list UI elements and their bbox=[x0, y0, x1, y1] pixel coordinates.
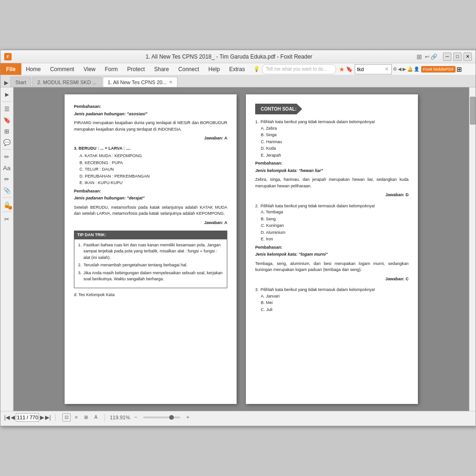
q2-answer: Jawaban: C bbox=[255, 276, 409, 283]
search-next-icon[interactable]: ▶ bbox=[403, 66, 406, 72]
sidebar-layers-icon[interactable]: ⊞ bbox=[2, 126, 12, 136]
sidebar-highlight-icon[interactable]: Aa bbox=[2, 163, 12, 173]
status-sep-2 bbox=[105, 414, 105, 421]
menu-protect[interactable]: Protect bbox=[123, 63, 150, 75]
tabs-bar: ▶ Start 2. MODUL RESMI SKD ... 1. All Ne… bbox=[0, 75, 476, 87]
sidebar-sep-4 bbox=[2, 212, 12, 212]
fit-page-btn[interactable]: ⊡ bbox=[62, 413, 71, 422]
close-button[interactable]: ✕ bbox=[463, 53, 472, 61]
qr-icon[interactable]: ⊞ bbox=[456, 66, 462, 73]
search-prev-icon[interactable]: ◀ bbox=[398, 66, 402, 72]
sidebar-lock-icon[interactable]: 🔒 bbox=[2, 199, 12, 210]
bookmark-icon[interactable]: 🔖 bbox=[346, 66, 353, 73]
q3-right-text-row: 3. Pilihlah kata berikut yang tidak term… bbox=[255, 287, 409, 293]
pdf-page-right: CONTOH SOAL: 1. Pilihlah kata berikut ya… bbox=[246, 94, 418, 404]
left-answer-1: Jawaban: A bbox=[74, 135, 227, 142]
q1-pembahasan-title: Pembahasan: bbox=[255, 160, 409, 167]
scrollbar-track[interactable] bbox=[469, 97, 476, 125]
menu-bar: File Home Comment View Form Protect Shar… bbox=[0, 63, 476, 75]
minimize-button[interactable]: ─ bbox=[443, 53, 451, 61]
right-question-3: 3. Pilihlah kata berikut yang tidak term… bbox=[255, 287, 409, 313]
menu-share[interactable]: Share bbox=[150, 63, 174, 75]
sidebar-sep-1 bbox=[2, 101, 12, 102]
menu-help[interactable]: Help bbox=[204, 63, 225, 75]
contoh-soal-header: CONTOH SOAL: bbox=[255, 104, 302, 114]
sidebar-attach-icon[interactable]: 📎 bbox=[2, 185, 12, 195]
q2-opt-c: C. Kuningan bbox=[261, 223, 409, 229]
page-next-btn[interactable]: ▶ bbox=[40, 414, 44, 421]
zoom-thumb[interactable] bbox=[169, 415, 174, 420]
menu-view[interactable]: View bbox=[79, 63, 100, 75]
sidebar-hand-tool[interactable]: ☰ bbox=[2, 104, 12, 114]
tab-start[interactable]: Start bbox=[10, 77, 31, 87]
tip-items: 1. Pastikan bahwa ruas kiri dan ruas kan… bbox=[78, 242, 223, 283]
sidebar-cut-icon[interactable]: ✂ bbox=[2, 214, 12, 224]
left-pembahasan-subtitle: Jenis padanan hubungan: "asosiasi" bbox=[74, 111, 227, 118]
q3-right-num: 3. bbox=[255, 287, 259, 293]
menu-file[interactable]: File bbox=[0, 63, 21, 75]
share-icon2[interactable]: 🔗 bbox=[430, 53, 437, 60]
q2-text-row: 2. Pilihlah kata berikut yang tidak term… bbox=[255, 203, 409, 210]
page-number-input[interactable] bbox=[16, 413, 39, 422]
maximize-button[interactable]: □ bbox=[453, 53, 462, 61]
q2-paragraph: Tembaga, seng, aluminium, dan besi merup… bbox=[255, 261, 409, 273]
q2-opt-a: A. Tembaga bbox=[261, 209, 409, 216]
fit-width-btn[interactable]: ≡ bbox=[72, 413, 80, 422]
zoom-out-btn[interactable]: － bbox=[133, 413, 139, 421]
grid-view-icon[interactable]: ⊞ bbox=[416, 53, 422, 60]
lock-badge bbox=[8, 206, 12, 210]
page-prev-btn[interactable]: ◀ bbox=[11, 414, 15, 421]
tab-cpns[interactable]: 1. All New Tes CPNS 20... ✕ bbox=[103, 77, 178, 87]
q3-pembahasan-title: Pembahasan: bbox=[74, 188, 227, 195]
sidebar-bookmark-icon[interactable]: 🔖 bbox=[2, 115, 12, 125]
sidebar-expand-btn[interactable]: ▶ bbox=[2, 89, 12, 99]
zoom-in-btn[interactable]: ＋ bbox=[185, 413, 191, 421]
connect-icon[interactable]: ↩ bbox=[425, 53, 430, 60]
sidebar-edit-icon[interactable]: ✏ bbox=[2, 152, 12, 162]
tab-cpns-close[interactable]: ✕ bbox=[169, 79, 172, 85]
tip-text-1: Pastikan bahwa ruas kiri dan ruas kanan … bbox=[84, 242, 223, 261]
tip-header: TIP DAN TRIK: bbox=[74, 231, 227, 239]
app-icon: F bbox=[4, 53, 12, 60]
two-page-btn[interactable]: ⊞ bbox=[82, 413, 90, 422]
tab-modul[interactable]: 2. MODUL RESMI SKD ... bbox=[32, 77, 101, 87]
q1-opt-d: D. Kuda bbox=[261, 145, 409, 152]
left-sidebar: ▶ ☰ 🔖 ⊞ 💬 ✏ Aa ✏ 📎 🔒 ✂ bbox=[0, 87, 13, 411]
page-first-btn[interactable]: |◀ bbox=[4, 414, 10, 421]
q1-opt-b: B. Singa bbox=[261, 132, 409, 139]
q1-text: Pilihlah kata berikut yang tidak termasu… bbox=[261, 119, 375, 126]
right-question-1: 1. Pilihlah kata berikut yang tidak term… bbox=[255, 119, 409, 198]
menu-extras[interactable]: Extras bbox=[225, 63, 250, 75]
q3-right-opt-b: B. Mei bbox=[261, 300, 409, 306]
q1-paragraph: Zebra, singa, harimau, dan jerapah merup… bbox=[255, 177, 409, 189]
sidebar-sep-3 bbox=[2, 197, 12, 198]
pdf-viewer[interactable]: Pembahasan: Jenis padanan hubungan: "aso… bbox=[13, 87, 469, 411]
foxit-mobile-pdf-btn[interactable]: Foxit MobilePDF bbox=[421, 66, 456, 73]
favorite-icon[interactable]: ★ bbox=[339, 66, 345, 73]
tell-me-input[interactable]: Tell me what you want to do... bbox=[262, 64, 336, 74]
tip-item-1: 1. Pastikan bahwa ruas kiri dan ruas kan… bbox=[78, 242, 223, 261]
tab-start-label: Start bbox=[15, 79, 26, 85]
search-settings-icon[interactable]: ⚙ bbox=[393, 66, 397, 72]
contoh-soal-label: CONTOH SOAL: bbox=[261, 106, 297, 112]
search-clear-button[interactable]: ✕ bbox=[385, 66, 389, 72]
q2-opt-e: E. Iron bbox=[261, 236, 409, 243]
user-icon[interactable]: 👤 bbox=[414, 66, 419, 72]
search-input[interactable] bbox=[357, 66, 385, 72]
zoom-slider[interactable] bbox=[143, 416, 180, 418]
menu-comment[interactable]: Comment bbox=[46, 63, 79, 75]
sidebar-annot-icon[interactable]: 💬 bbox=[2, 137, 12, 147]
text-mode-btn[interactable]: A bbox=[92, 413, 100, 422]
title-bar: F 1. All New Tes CPNS 2018_ - Tim Garuda… bbox=[0, 50, 476, 63]
tab-nav-arrow[interactable]: ▶ bbox=[2, 79, 10, 87]
tell-me-placeholder: Tell me what you want to do... bbox=[266, 66, 327, 72]
sidebar-draw-icon[interactable]: ✏ bbox=[2, 174, 12, 184]
menu-home[interactable]: Home bbox=[21, 63, 46, 75]
page-last-btn[interactable]: ▶| bbox=[45, 414, 51, 421]
search-box[interactable]: ✕ bbox=[355, 64, 392, 74]
scrollbar-thumb[interactable] bbox=[470, 97, 476, 125]
bell-icon[interactable]: 🔔 bbox=[407, 66, 413, 72]
menu-form[interactable]: Form bbox=[100, 63, 123, 75]
app-window: F 1. All New Tes CPNS 2018_ - Tim Garuda… bbox=[0, 50, 476, 426]
menu-connect[interactable]: Connect bbox=[174, 63, 204, 75]
